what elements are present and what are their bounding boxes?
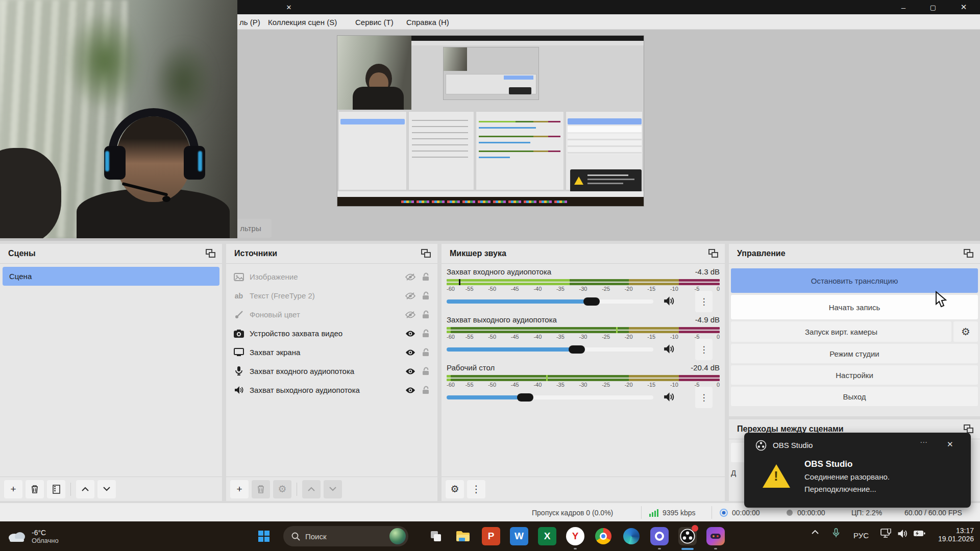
close-icon[interactable]: ✕ — [279, 0, 299, 14]
eye-icon[interactable] — [403, 348, 418, 357]
mute-button[interactable] — [664, 392, 675, 402]
menu-tools[interactable]: Сервис (Т) — [352, 14, 397, 30]
messenger-icon[interactable] — [650, 527, 669, 545]
channel-menu-button[interactable]: ⋮ — [695, 339, 713, 360]
notification-message-1: Соединение разорвано. — [804, 472, 890, 481]
virtual-camera-settings-button[interactable]: ⚙ — [953, 321, 978, 342]
unlock-icon[interactable] — [418, 329, 433, 338]
close-button[interactable]: ✕ — [952, 0, 975, 14]
volume-slider[interactable] — [447, 347, 653, 352]
search-highlight-image[interactable] — [389, 528, 406, 544]
controls-title: Управление — [737, 249, 786, 258]
source-properties-button[interactable]: ⚙ — [273, 480, 291, 498]
channel-menu-button[interactable]: ⋮ — [695, 291, 713, 312]
maximize-button[interactable]: ▢ — [921, 0, 945, 14]
game-center-icon[interactable] — [706, 527, 725, 545]
remove-scene-button[interactable] — [26, 480, 44, 498]
settings-button[interactable]: Настройки — [731, 365, 978, 385]
notification-toast[interactable]: OBS Studio ∙∙∙ ✕ OBS Studio Соединение р… — [744, 433, 971, 508]
mute-button[interactable] — [664, 344, 675, 354]
move-source-down-button[interactable] — [324, 480, 342, 498]
popout-icon[interactable] — [964, 249, 974, 258]
program-preview[interactable] — [337, 36, 644, 206]
word-icon[interactable]: W — [510, 527, 528, 545]
scene-list-item[interactable]: Сцена — [3, 267, 219, 286]
running-indicator — [574, 548, 577, 549]
eye-icon[interactable] — [403, 367, 418, 375]
unlock-icon[interactable] — [418, 272, 433, 281]
unlock-icon[interactable] — [418, 310, 433, 319]
source-row[interactable]: ab Текст (FreeType 2) — [230, 286, 433, 305]
menu-help[interactable]: Справка (Н) — [403, 14, 452, 30]
mixer-settings-button[interactable]: ⚙ — [446, 480, 464, 498]
popout-icon[interactable] — [206, 249, 216, 258]
weather-widget[interactable]: -6°C Облачно — [7, 524, 99, 548]
mouse-cursor — [935, 291, 948, 308]
eye-off-icon[interactable] — [403, 273, 418, 281]
source-row[interactable]: Захват экрана — [230, 343, 433, 362]
network-icon[interactable] — [880, 529, 892, 539]
tray-mic-icon[interactable] — [832, 528, 840, 539]
yandex-browser-icon[interactable]: Y — [566, 527, 584, 545]
source-row[interactable]: Фоновый цвет — [230, 305, 433, 324]
scene-filters-button[interactable] — [47, 480, 65, 498]
volume-meter — [447, 279, 720, 285]
language-indicator[interactable]: РУС — [853, 531, 869, 540]
remove-source-button[interactable] — [252, 480, 270, 498]
volume-slider[interactable] — [447, 299, 653, 304]
eye-icon[interactable] — [403, 330, 418, 338]
tray-chevron-up-icon[interactable] — [812, 530, 819, 534]
stop-streaming-button[interactable]: Остановить трансляцию — [731, 268, 978, 293]
popout-icon[interactable] — [421, 249, 431, 258]
add-source-button[interactable]: + — [230, 480, 249, 498]
source-row[interactable]: Захват выходного аудиопотока — [230, 381, 433, 399]
mute-button[interactable] — [664, 296, 675, 306]
minimize-button[interactable]: – — [892, 0, 915, 14]
edge-icon[interactable] — [622, 527, 641, 545]
unlock-icon[interactable] — [418, 291, 433, 300]
more-icon[interactable]: ∙∙∙ — [920, 438, 928, 446]
channel-menu-button[interactable]: ⋮ — [695, 387, 713, 408]
source-row[interactable]: Захват входного аудиопотока — [230, 362, 433, 381]
volume-slider[interactable] — [447, 395, 653, 399]
headphone-led — [198, 151, 202, 171]
source-row[interactable]: Устройство захвата видео — [230, 324, 433, 343]
volume-icon[interactable] — [897, 529, 908, 538]
eye-icon[interactable] — [403, 386, 418, 394]
add-scene-button[interactable]: + — [4, 480, 22, 498]
eye-off-icon[interactable] — [403, 292, 418, 300]
exit-button[interactable]: Выход — [731, 387, 978, 406]
clock-widget[interactable]: 13:17 19.01.2026 — [933, 527, 974, 543]
start-button[interactable] — [255, 527, 273, 545]
notification-close-icon[interactable]: ✕ — [947, 440, 953, 449]
move-source-up-button[interactable] — [302, 480, 321, 498]
battery-icon[interactable] — [913, 530, 925, 537]
obs-studio-icon[interactable] — [678, 527, 697, 545]
unlock-icon[interactable] — [418, 367, 433, 375]
chrome-icon[interactable] — [594, 527, 612, 545]
studio-mode-button[interactable]: Режим студии — [731, 344, 978, 363]
start-virtual-camera-button[interactable]: Запуск вирт. камеры — [731, 321, 951, 342]
mini-taskbar — [337, 197, 644, 206]
eye-off-icon[interactable] — [403, 311, 418, 319]
search-input[interactable]: Поиск — [283, 526, 408, 546]
plant — [66, 10, 143, 112]
popout-icon[interactable] — [708, 249, 719, 258]
mini-scenes-dock — [338, 111, 407, 190]
volume-meter — [447, 375, 720, 381]
mini-webcam — [337, 36, 411, 110]
file-explorer-icon[interactable] — [454, 527, 472, 545]
move-scene-up-button[interactable] — [76, 480, 94, 498]
mixer-menu-button[interactable]: ⋮ — [467, 480, 485, 498]
unlock-icon[interactable] — [418, 348, 433, 357]
dropped-frames: Пропуск кадров 0 (0.0%) — [532, 503, 613, 522]
unlock-icon[interactable] — [418, 386, 433, 394]
task-view-icon[interactable] — [427, 527, 445, 545]
move-scene-down-button[interactable] — [97, 480, 116, 498]
source-row[interactable]: Изображение — [230, 267, 433, 286]
menu-scene-collection[interactable]: Коллекция сцен (S) — [265, 14, 340, 30]
powerpoint-icon[interactable]: P — [482, 527, 500, 545]
menu-profile[interactable]: ль (P) — [236, 14, 263, 30]
notification-app-name: OBS Studio — [773, 441, 813, 449]
excel-icon[interactable]: X — [538, 527, 556, 545]
